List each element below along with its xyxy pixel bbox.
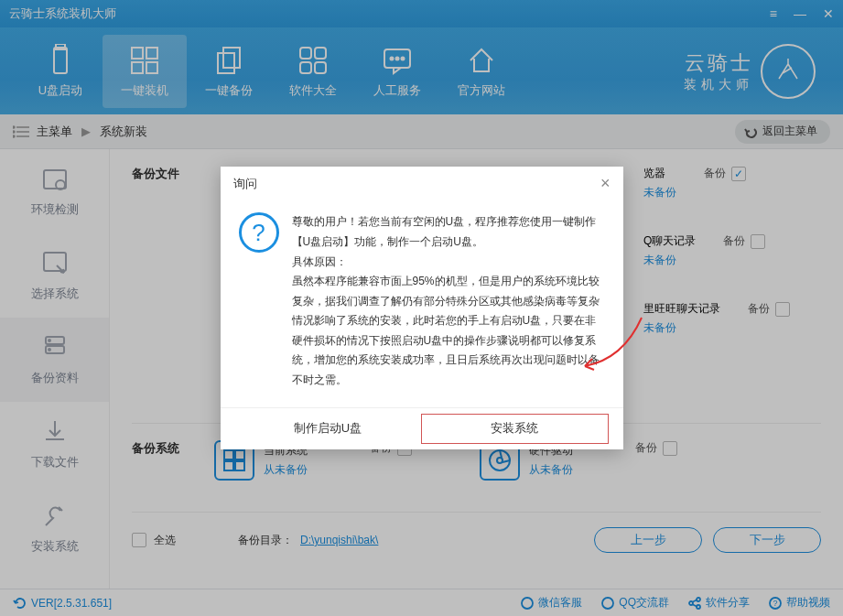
modal-footer: 制作启动U盘 安装系统	[221, 407, 623, 449]
question-icon: ?	[239, 212, 279, 253]
make-usb-button[interactable]: 制作启动U盘	[235, 414, 421, 444]
modal-header: 询问 ×	[221, 167, 623, 201]
modal-text: 虽然本程序能兼容市面上95%的机型，但是用户的系统环境比较复杂，据我们调查了解仍…	[292, 272, 605, 391]
modal-body: ? 尊敬的用户！若您当前有空闲的U盘，程序推荐您使用一键制作【U盘启动】功能，制…	[221, 201, 623, 406]
modal-text: 尊敬的用户！若您当前有空闲的U盘，程序推荐您使用一键制作【U盘启动】功能，制作一…	[292, 212, 605, 252]
modal-text: 具体原因：	[292, 253, 605, 273]
modal-overlay: 询问 × ? 尊敬的用户！若您当前有空闲的U盘，程序推荐您使用一键制作【U盘启动…	[0, 0, 843, 616]
install-system-button[interactable]: 安装系统	[421, 414, 609, 444]
modal-title: 询问	[233, 176, 257, 192]
confirm-dialog: 询问 × ? 尊敬的用户！若您当前有空闲的U盘，程序推荐您使用一键制作【U盘启动…	[221, 167, 623, 448]
close-icon[interactable]: ×	[600, 174, 611, 193]
